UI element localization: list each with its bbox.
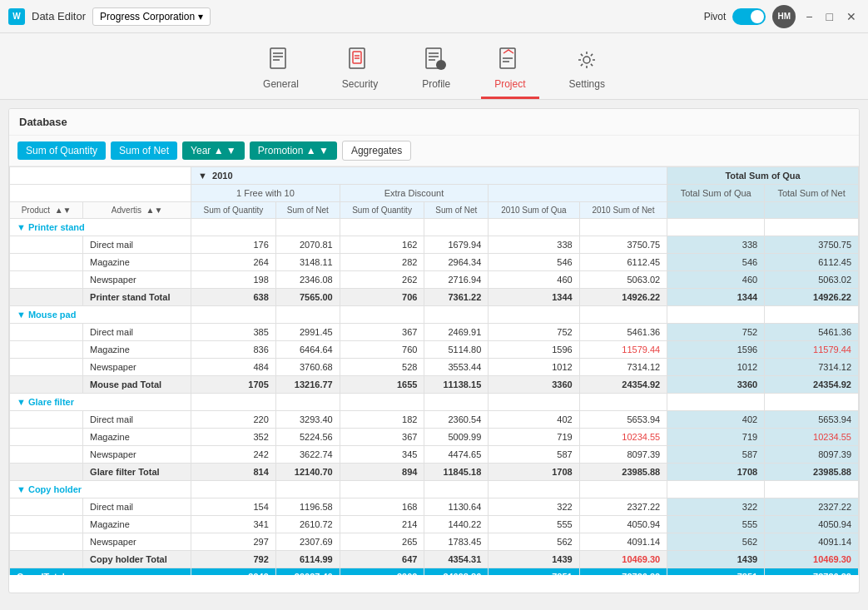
- total-qty-subheader: [667, 202, 765, 219]
- product-cell: [10, 429, 83, 446]
- advert-col-header[interactable]: Advertis ▲▼: [83, 202, 191, 219]
- product-group-cell: [667, 306, 765, 324]
- title-bar-left: W Data Editor Progress Corporation ▾: [8, 7, 211, 26]
- product-group-cell: [579, 219, 667, 236]
- nav-item-settings[interactable]: Settings: [556, 38, 618, 99]
- year-group-header: ▼ 2010: [191, 167, 667, 185]
- year-button[interactable]: Year ▲ ▼: [182, 141, 245, 160]
- data-cell: 4091.14: [579, 533, 667, 551]
- aggregates-button[interactable]: Aggregates: [342, 141, 411, 161]
- close-button[interactable]: ✕: [843, 10, 860, 23]
- data-cell: 338: [667, 236, 765, 254]
- subtotal-cell: 12140.70: [275, 464, 340, 481]
- product-group-row[interactable]: ▼ Printer stand: [10, 219, 859, 236]
- data-cell: 8097.39: [765, 446, 859, 464]
- sum-net-button[interactable]: Sum of Net: [111, 141, 177, 160]
- subtotal-cell: 7565.00: [275, 289, 340, 306]
- subtotal-cell: 3360: [667, 376, 765, 394]
- extra-qty-header: Sum of Quantity: [340, 202, 424, 219]
- product-group-label[interactable]: ▼ Printer stand: [10, 219, 191, 236]
- sum-net-label: Sum of Net: [119, 145, 169, 156]
- minimize-button[interactable]: −: [802, 10, 816, 23]
- product-group-cell: [579, 394, 667, 411]
- product-group-row[interactable]: ▼ Mouse pad: [10, 306, 859, 324]
- product-cell: [10, 254, 83, 271]
- pivot-toggle[interactable]: [732, 8, 766, 25]
- nav-item-security[interactable]: Security: [329, 38, 391, 99]
- data-cell: 7314.12: [579, 359, 667, 376]
- subtotal-cell: 7361.22: [424, 289, 489, 306]
- grandtotal-cell: 3949: [191, 568, 276, 576]
- data-cell: 562: [667, 533, 765, 551]
- data-cell: 345: [340, 446, 424, 464]
- nav-item-project[interactable]: Project: [481, 38, 538, 99]
- product-col-header[interactable]: Product ▲▼: [10, 202, 83, 219]
- product-group-row[interactable]: ▼ Copy holder: [10, 481, 859, 498]
- data-cell: 5009.99: [424, 429, 489, 446]
- data-cell: 6464.64: [275, 341, 340, 359]
- data-cell: 162: [340, 236, 424, 254]
- advert-cell: Newspaper: [83, 446, 191, 464]
- advert-cell: Direct mail: [83, 324, 191, 341]
- subtotal-cell: 638: [191, 289, 276, 306]
- data-cell: 2307.69: [275, 533, 340, 551]
- data-cell: 3760.68: [275, 359, 340, 376]
- data-cell: 5461.36: [579, 324, 667, 341]
- section-title: Database: [19, 116, 67, 128]
- product-group-label[interactable]: ▼ Mouse pad: [10, 306, 191, 324]
- product-group-cell: [667, 394, 765, 411]
- data-cell: 2716.94: [424, 271, 489, 289]
- maximize-button[interactable]: □: [823, 10, 836, 23]
- product-group-label[interactable]: ▼ Copy holder: [10, 481, 191, 498]
- table-row: Newspaper4843760.685283553.4410127314.12…: [10, 359, 859, 376]
- data-cell: 5461.36: [765, 324, 859, 341]
- nav-label-project: Project: [494, 78, 525, 90]
- data-cell: 367: [340, 429, 424, 446]
- product-cell: [10, 236, 83, 254]
- product-group-cell: [667, 481, 765, 498]
- promo-1free-header: 1 Free with 10: [191, 185, 340, 202]
- svg-point-12: [436, 60, 446, 70]
- data-cell: 1012: [489, 359, 579, 376]
- user-avatar[interactable]: HM: [772, 5, 796, 28]
- subtotal-cell: 11138.15: [424, 376, 489, 394]
- promotion-button[interactable]: Promotion ▲ ▼: [250, 141, 337, 160]
- year-collapse-icon[interactable]: ▼: [198, 171, 207, 181]
- product-cell: [10, 271, 83, 289]
- product-group-cell: [275, 219, 340, 236]
- nav-label-security: Security: [342, 78, 378, 90]
- product-group-cell: [489, 219, 579, 236]
- pivot-table: ▼ 2010 Total Sum of Qua 1 Free with 10 E…: [9, 166, 859, 575]
- product-cell: [10, 324, 83, 341]
- nav-item-profile[interactable]: Profile: [408, 38, 464, 99]
- product-group-cell: [579, 306, 667, 324]
- data-cell: 5063.02: [765, 271, 859, 289]
- year-label: Year ▲ ▼: [191, 145, 236, 156]
- product-group-label[interactable]: ▼ Glare filter: [10, 394, 191, 411]
- company-selector[interactable]: Progress Corporation ▾: [92, 7, 211, 26]
- subtotal-cell: 11845.18: [424, 464, 489, 481]
- data-cell: 402: [667, 411, 765, 429]
- product-group-cell: [340, 394, 424, 411]
- data-cell: 242: [191, 446, 276, 464]
- table-row: Magazine3525224.563675009.9971910234.557…: [10, 429, 859, 446]
- data-cell: 6112.45: [765, 254, 859, 271]
- profile-icon: [421, 45, 451, 75]
- data-cell: 2070.81: [275, 236, 340, 254]
- nav-item-general[interactable]: General: [250, 38, 312, 99]
- data-cell: 3622.74: [275, 446, 340, 464]
- product-cell: [10, 359, 83, 376]
- svg-point-16: [583, 57, 590, 63]
- product-group-cell: [579, 481, 667, 498]
- advert-cell: Magazine: [83, 341, 191, 359]
- data-cell: 587: [489, 446, 579, 464]
- subtotal-label: Printer stand Total: [83, 289, 191, 306]
- table-container[interactable]: ▼ 2010 Total Sum of Qua 1 Free with 10 E…: [9, 166, 859, 575]
- data-cell: 214: [340, 516, 424, 533]
- product-group-cell: [424, 394, 489, 411]
- product-group-row[interactable]: ▼ Glare filter: [10, 394, 859, 411]
- subtotal-cell: 1344: [489, 289, 579, 306]
- table-row: Magazine8366464.647605114.80159611579.44…: [10, 341, 859, 359]
- data-cell: 1596: [667, 341, 765, 359]
- sum-quantity-button[interactable]: Sum of Quantity: [17, 141, 106, 160]
